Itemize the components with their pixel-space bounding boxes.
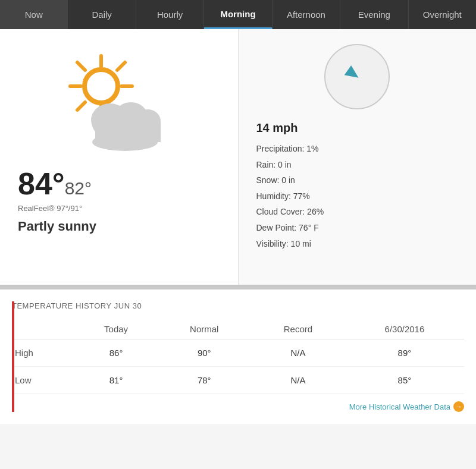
temp-high: 84° [18,166,65,201]
svg-line-6 [77,102,85,110]
history-date: JUN 30 [114,301,142,310]
row-low-label: Low [12,367,75,394]
tab-overnight[interactable]: Overnight [409,0,476,29]
row-low-normal: 78° [157,367,251,394]
table-row-low: Low 81° 78° N/A 85° [12,367,464,394]
tab-daily[interactable]: Daily [68,0,136,29]
row-low-year: 85° [345,367,464,394]
compass-arrow-icon [345,65,370,88]
row-high-normal: 90° [157,339,251,367]
tab-morning[interactable]: Morning [204,0,272,29]
svg-point-13 [92,133,158,151]
more-data-arrow-icon: → [453,401,464,412]
weather-icon-area [18,47,220,154]
row-high-today: 86° [75,339,158,367]
weather-main: 84°82° RealFeel® 97°/91° Partly sunny 14… [0,29,476,285]
svg-line-4 [77,62,85,70]
precipitation-detail: Precipitation: 1% [256,141,324,157]
col-header-today: Today [75,319,158,339]
col-header-label [12,319,75,339]
wind-compass [324,44,390,109]
tab-evening[interactable]: Evening [340,0,408,29]
row-high-year: 89° [345,339,464,367]
more-data-text: More Historical Weather Data [349,402,450,411]
tab-now[interactable]: Now [0,0,68,29]
temp-low: 82° [65,178,92,198]
partly-sunny-icon [60,50,178,151]
dew-point-detail: Dew Point: 76° F [256,220,324,236]
svg-line-5 [117,62,125,70]
humidity-detail: Humidity: 77% [256,188,324,204]
section-divider [0,285,476,289]
table-row-high: High 86° 90° N/A 89° [12,339,464,367]
col-header-normal: Normal [157,319,251,339]
snow-detail: Snow: 0 in [256,172,324,188]
row-high-record: N/A [251,339,345,367]
weather-left-panel: 84°82° RealFeel® 97°/91° Partly sunny [0,29,239,285]
wind-speed: 14 mph [256,121,298,135]
nav-tabs: Now Daily Hourly Morning Afternoon Eveni… [0,0,476,29]
tab-hourly[interactable]: Hourly [136,0,204,29]
rain-detail: Rain: 0 in [256,157,324,173]
weather-right-panel: 14 mph Precipitation: 1% Rain: 0 in Snow… [239,29,477,285]
svg-point-7 [84,70,118,103]
history-title: TEMPERATURE HISTORY JUN 30 [12,301,464,310]
tab-afternoon[interactable]: Afternoon [273,0,340,29]
visibility-detail: Visibility: 10 mi [256,236,324,252]
history-wrapper: TEMPERATURE HISTORY JUN 30 Today Normal … [12,301,464,412]
temp-history-section: TEMPERATURE HISTORY JUN 30 Today Normal … [0,289,476,424]
weather-details: Precipitation: 1% Rain: 0 in Snow: 0 in … [256,141,324,251]
row-low-today: 81° [75,367,158,394]
cloud-cover-detail: Cloud Cover: 26% [256,204,324,220]
col-header-record: Record [251,319,345,339]
temp-display: 84°82° RealFeel® 97°/91° Partly sunny [18,166,220,234]
table-header-row: Today Normal Record 6/30/2016 [12,319,464,339]
more-historical-link[interactable]: More Historical Weather Data → [12,401,464,412]
condition: Partly sunny [18,219,220,234]
row-low-record: N/A [251,367,345,394]
temp-values: 84°82° [18,166,220,202]
row-high-label: High [12,339,75,367]
real-feel: RealFeel® 97°/91° [18,204,220,213]
history-table: Today Normal Record 6/30/2016 High 86° 9… [12,319,464,394]
col-header-year: 6/30/2016 [345,319,464,339]
compass-area [256,44,459,109]
